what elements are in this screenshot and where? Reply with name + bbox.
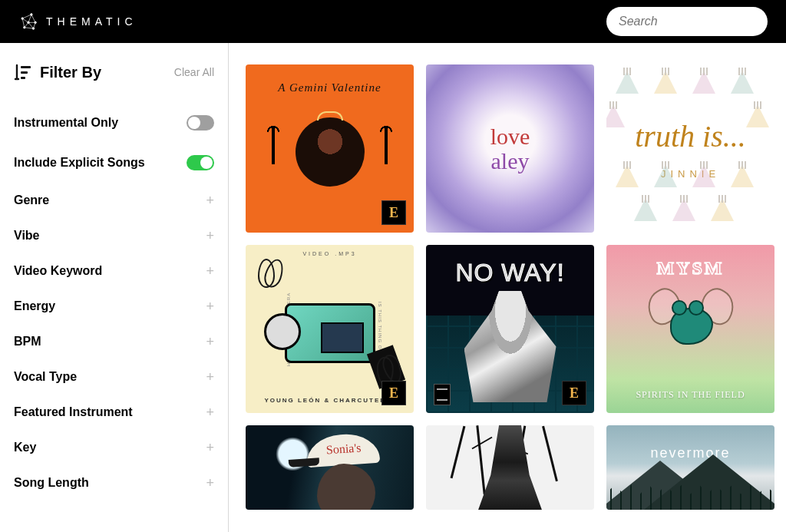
album-tile[interactable] bbox=[426, 425, 594, 510]
category-label: Energy bbox=[14, 299, 55, 313]
explicit-badge-icon: E bbox=[562, 381, 586, 405]
album-tile[interactable]: A Gemini Valentine E bbox=[246, 64, 414, 233]
search-container bbox=[606, 7, 768, 36]
cap-art-icon: Sonia's bbox=[305, 432, 381, 468]
toggle-switch[interactable] bbox=[187, 115, 214, 131]
frog-art-icon bbox=[656, 285, 725, 354]
pattern-decoration-icon bbox=[606, 64, 774, 233]
brand-mark-icon bbox=[18, 12, 38, 31]
album-title: lovealey bbox=[490, 124, 530, 173]
camera-art-icon bbox=[285, 303, 375, 363]
filter-title: Filter By bbox=[40, 64, 101, 81]
album-tile[interactable]: MYSM SPIRITS IN THE FIELD bbox=[606, 245, 774, 413]
app-header: THEMATIC bbox=[0, 0, 786, 43]
main-area: Filter By Clear All Instrumental Only In… bbox=[0, 43, 786, 532]
album-grid: A Gemini Valentine E lovealey truth is..… bbox=[246, 64, 780, 510]
filter-category-key[interactable]: Key+ bbox=[14, 430, 214, 465]
portrait-art-icon bbox=[296, 117, 365, 187]
album-artist: MYSM bbox=[657, 258, 725, 279]
filter-category-song-length[interactable]: Song Length+ bbox=[14, 465, 214, 501]
svg-rect-7 bbox=[21, 71, 28, 74]
album-artist: YOUNG LEÓN & CHARCUTERIE bbox=[264, 397, 395, 404]
filter-category-genre[interactable]: Genre+ bbox=[14, 183, 214, 218]
expand-icon: + bbox=[206, 405, 214, 419]
category-label: BPM bbox=[14, 335, 41, 349]
expand-icon: + bbox=[206, 335, 214, 349]
album-tile[interactable]: VIDEO .MP3 HEY, YOU'RE ON CAMERA IS THIS… bbox=[246, 245, 414, 413]
expand-icon: + bbox=[206, 441, 214, 454]
toggle-label: Include Explicit Songs bbox=[14, 156, 145, 170]
filter-category-energy[interactable]: Energy+ bbox=[14, 289, 214, 324]
filter-category-vibe[interactable]: Vibe+ bbox=[14, 218, 214, 253]
album-tile[interactable]: lovealey bbox=[426, 64, 594, 233]
expand-icon: + bbox=[206, 476, 214, 490]
toggle-include-explicit: Include Explicit Songs bbox=[14, 143, 214, 183]
album-tile[interactable]: nevermore bbox=[606, 425, 774, 510]
brand-logo[interactable]: THEMATIC bbox=[18, 12, 137, 31]
expand-icon: + bbox=[206, 264, 214, 278]
results-content: A Gemini Valentine E lovealey truth is..… bbox=[229, 43, 786, 532]
filter-sidebar: Filter By Clear All Instrumental Only In… bbox=[0, 43, 229, 532]
leaf-decoration-icon bbox=[258, 259, 286, 296]
expand-icon: + bbox=[206, 229, 214, 243]
category-label: Featured Instrument bbox=[14, 405, 133, 419]
expand-icon: + bbox=[206, 193, 214, 207]
svg-rect-6 bbox=[21, 66, 31, 68]
explicit-badge-icon: E bbox=[381, 200, 406, 225]
album-title: NO WAY! bbox=[455, 259, 564, 287]
toggle-label: Instrumental Only bbox=[14, 116, 118, 130]
category-label: Video Keyword bbox=[14, 264, 102, 278]
filter-header: Filter By Clear All bbox=[14, 63, 214, 81]
svg-rect-8 bbox=[21, 77, 25, 79]
expand-icon: + bbox=[206, 370, 214, 384]
expand-icon: + bbox=[206, 299, 214, 313]
search-input[interactable] bbox=[619, 15, 768, 28]
album-tile[interactable]: Sonia's bbox=[246, 425, 414, 510]
album-subtitle: VIDEO .MP3 bbox=[302, 251, 356, 256]
album-tile[interactable]: NO WAY! E bbox=[426, 245, 594, 413]
brand-name: THEMATIC bbox=[46, 15, 137, 28]
category-label: Key bbox=[14, 441, 36, 454]
filter-icon bbox=[14, 63, 32, 81]
filter-category-video-keyword[interactable]: Video Keyword+ bbox=[14, 253, 214, 289]
album-title: A Gemini Valentine bbox=[278, 81, 381, 94]
toggle-switch[interactable] bbox=[187, 155, 214, 170]
category-label: Vocal Type bbox=[14, 370, 77, 384]
figure-art-icon bbox=[464, 291, 556, 402]
category-label: Vibe bbox=[14, 229, 40, 243]
filter-category-featured-instrument[interactable]: Featured Instrument+ bbox=[14, 395, 214, 430]
album-title: SPIRITS IN THE FIELD bbox=[636, 389, 745, 401]
clear-all-button[interactable]: Clear All bbox=[174, 66, 214, 78]
category-label: Song Length bbox=[14, 476, 89, 490]
album-tile[interactable]: truth is... JINNIE bbox=[606, 64, 774, 233]
parental-advisory-icon bbox=[434, 384, 451, 405]
filter-category-vocal-type[interactable]: Vocal Type+ bbox=[14, 359, 214, 395]
toggle-instrumental-only: Instrumental Only bbox=[14, 103, 214, 143]
category-label: Genre bbox=[14, 193, 49, 207]
explicit-badge-icon: E bbox=[381, 381, 406, 405]
filter-category-bpm[interactable]: BPM+ bbox=[14, 324, 214, 359]
face-art-icon bbox=[317, 464, 375, 510]
